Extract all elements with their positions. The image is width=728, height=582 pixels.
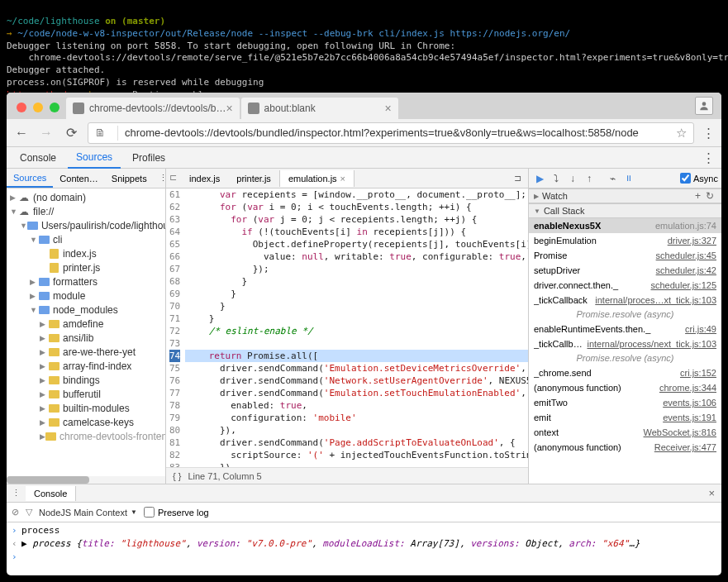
clear-console-icon[interactable]: ⊘ <box>12 507 19 518</box>
tab-strip: chrome-devtools://devtools/b… × about:bl… <box>7 93 721 119</box>
tab-sources[interactable]: Sources <box>68 147 121 169</box>
filter-icon[interactable]: ▽ <box>26 507 32 518</box>
tab-favicon <box>73 103 84 114</box>
editor-tab[interactable]: printer.js <box>228 170 279 187</box>
nav-menu-icon[interactable]: ⋮ <box>154 173 166 184</box>
tab-console[interactable]: Console <box>12 148 64 168</box>
stack-frame[interactable]: emitTwoevents.js:106 <box>529 395 721 410</box>
refresh-watch-icon[interactable]: ↻ <box>703 190 716 202</box>
console-output[interactable]: ›process ‹▶ process {title: "lighthouse"… <box>7 522 721 575</box>
forward-button[interactable]: → <box>38 126 55 141</box>
drawer-tab-console[interactable]: Console <box>26 486 76 501</box>
nav-tab-sources[interactable]: Sources <box>7 169 53 188</box>
editor-status-bar: { } Line 71, Column 5 <box>166 467 528 484</box>
close-drawer-icon[interactable]: × <box>702 487 721 499</box>
callstack-section[interactable]: ▼Call Stack <box>529 203 721 218</box>
context-selector[interactable]: NodeJS Main Context ▼ <box>39 508 137 518</box>
stack-frame[interactable]: driver.connect.then._scheduler.js:125 <box>529 278 721 293</box>
scrollbar-horizontal[interactable] <box>7 476 165 484</box>
profile-button[interactable] <box>695 97 713 115</box>
maximize-icon[interactable] <box>50 103 59 112</box>
close-icon[interactable]: × <box>340 174 345 184</box>
navigator-pane: Sources Conten… Snippets ⋮ ▶(no domain) … <box>7 169 166 484</box>
close-tab-icon[interactable]: × <box>226 102 232 115</box>
devtools-menu-icon[interactable]: ⋮ <box>696 150 721 165</box>
back-button[interactable]: ← <box>13 126 30 141</box>
editor-tab[interactable]: emulation.js× <box>279 170 354 187</box>
step-out-button[interactable]: ↑ <box>582 173 597 184</box>
tab-favicon <box>248 103 259 114</box>
window-controls <box>13 103 66 119</box>
svg-point-0 <box>702 102 707 106</box>
editor-pane: ⊏ index.js printer.js emulation.js× ⊐ 61… <box>166 169 529 484</box>
tab-title: about:blank <box>264 103 316 114</box>
async-boundary: Promise.resolve (async) <box>529 308 721 322</box>
resume-button[interactable]: ▶ <box>532 173 547 184</box>
stack-frame[interactable]: enableNexus5Xemulation.js:74 <box>529 218 721 233</box>
deactivate-breakpoints-button[interactable]: ⌁ <box>605 173 620 184</box>
cursor-position: Line 71, Column 5 <box>188 471 261 481</box>
pause-exceptions-button[interactable]: ⏸ <box>621 174 636 183</box>
terminal: ~/code/lighthouse on (master) → ~/code/n… <box>0 0 728 93</box>
stack-frame[interactable]: ontextWebSocket.js:816 <box>529 425 721 440</box>
braces-icon[interactable]: { } <box>173 471 181 481</box>
editor-tab[interactable]: index.js <box>181 170 228 187</box>
code-editor[interactable]: 6162636465666768697071727374757677787980… <box>166 188 528 467</box>
tab-title: chrome-devtools://devtools/b… <box>89 103 226 114</box>
nav-tab-snippets[interactable]: Snippets <box>105 170 154 187</box>
page-icon: 🗎 <box>95 126 106 139</box>
close-icon[interactable] <box>17 103 26 112</box>
minimize-icon[interactable] <box>33 103 43 112</box>
async-checkbox[interactable]: Async <box>680 173 718 184</box>
stack-frame[interactable]: _tickCallbackinternal/proces…xt_tick.js:… <box>529 293 721 308</box>
reload-button[interactable]: ⟳ <box>63 125 79 141</box>
stack-frame[interactable]: beginEmulationdriver.js:327 <box>529 233 721 248</box>
url-text: chrome-devtools://devtools/bundled/inspe… <box>125 126 639 139</box>
chrome-window: chrome-devtools://devtools/b… × about:bl… <box>7 93 721 575</box>
stack-frame[interactable]: (anonymous function)Receiver.js:477 <box>529 440 721 455</box>
stack-frame[interactable]: Promisescheduler.js:45 <box>529 248 721 263</box>
stack-frame[interactable]: enableRuntimeEvents.then._cri.js:49 <box>529 322 721 336</box>
watch-section[interactable]: ▶Watch + ↻ <box>529 188 721 203</box>
chrome-menu-icon[interactable]: ⋮ <box>702 126 715 141</box>
devtools-tabs: Console Sources Profiles ⋮ <box>7 147 721 169</box>
file-tree[interactable]: ▶(no domain) ▼file:// ▼Users/paulirish/c… <box>7 188 165 476</box>
stack-frame[interactable]: _chrome.sendcri.js:152 <box>529 365 721 380</box>
drawer-menu-icon[interactable]: ⋮ <box>7 488 26 499</box>
preserve-log-checkbox[interactable]: Preserve log <box>144 507 209 518</box>
step-over-button[interactable]: ⤵ <box>549 173 564 184</box>
nav-tab-content[interactable]: Conten… <box>53 170 104 187</box>
stack-frame[interactable]: setupDriverscheduler.js:42 <box>529 263 721 278</box>
stack-frame[interactable]: _tickCallbackinternal/process/next_tick.… <box>529 336 721 351</box>
address-bar[interactable]: 🗎 chrome-devtools://devtools/bundled/ins… <box>88 122 694 144</box>
stack-frame[interactable]: (anonymous function)chrome.js:344 <box>529 380 721 395</box>
sidebar-toggle-icon[interactable]: ⊏ <box>169 172 177 183</box>
add-watch-icon[interactable]: + <box>692 190 703 202</box>
sidebar-toggle-icon[interactable]: ⊐ <box>507 173 528 184</box>
bookmark-icon[interactable]: ☆ <box>676 126 687 141</box>
async-boundary: Promise.resolve (async) <box>529 351 721 365</box>
stack-frame[interactable]: emitevents.js:191 <box>529 410 721 425</box>
browser-tab[interactable]: about:blank × <box>241 98 398 119</box>
step-into-button[interactable]: ↓ <box>565 173 580 184</box>
close-tab-icon[interactable]: × <box>384 102 391 115</box>
tab-profiles[interactable]: Profiles <box>124 148 174 168</box>
debugger-pane: ▶ ⤵ ↓ ↑ ⌁ ⏸ Async ▶Watch + ↻ ▼Call Stack… <box>529 169 721 484</box>
cloud-icon <box>18 207 30 217</box>
browser-tab[interactable]: chrome-devtools://devtools/b… × <box>66 98 240 119</box>
cloud-icon <box>18 193 30 203</box>
console-drawer: ⋮ Console × ⊘ ▽ NodeJS Main Context ▼ Pr… <box>7 484 721 575</box>
browser-toolbar: ← → ⟳ 🗎 chrome-devtools://devtools/bundl… <box>7 119 721 147</box>
